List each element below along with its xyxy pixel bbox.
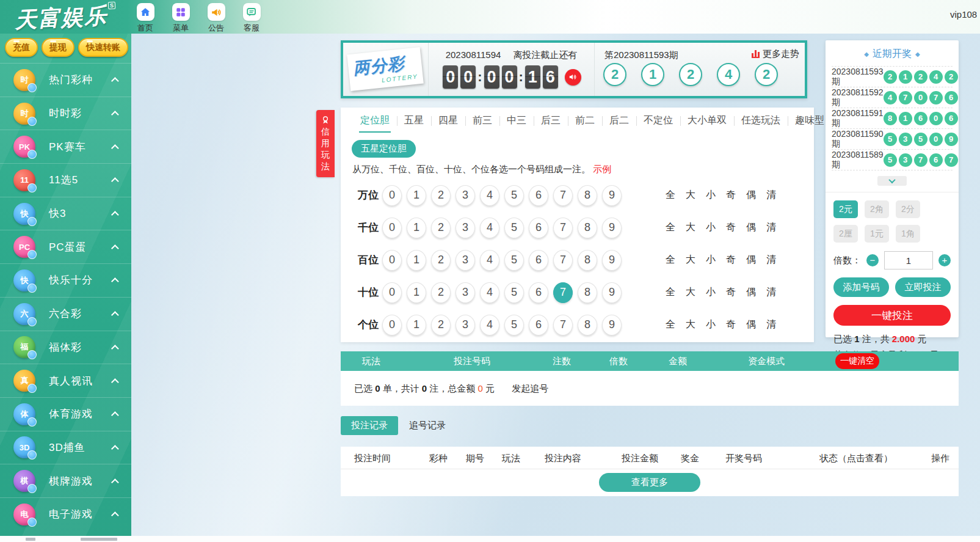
number-ball[interactable]: 1 bbox=[407, 250, 426, 271]
tab-bet-records[interactable]: 投注记录 bbox=[341, 416, 398, 435]
select-odd[interactable]: 奇 bbox=[726, 254, 736, 266]
tab-housan[interactable]: 后三 bbox=[534, 108, 568, 133]
number-ball[interactable]: 0 bbox=[382, 315, 402, 335]
number-ball[interactable]: 9 bbox=[602, 185, 622, 206]
tab-daxiaodanshuang[interactable]: 大小单双 bbox=[680, 108, 734, 133]
number-ball[interactable]: 7 bbox=[553, 315, 573, 335]
number-ball[interactable]: 4 bbox=[480, 315, 499, 335]
tab-renxuanwanfa[interactable]: 任选玩法 bbox=[734, 108, 788, 133]
sidebar-item-pc-dandan[interactable]: PC PC蛋蛋 bbox=[0, 230, 131, 263]
number-ball[interactable]: 8 bbox=[578, 315, 597, 335]
number-ball[interactable]: 1 bbox=[407, 282, 426, 303]
number-ball[interactable]: 5 bbox=[504, 185, 524, 206]
select-all[interactable]: 全 bbox=[666, 221, 675, 234]
select-small[interactable]: 小 bbox=[706, 221, 716, 234]
sound-toggle-button[interactable] bbox=[565, 69, 581, 86]
sidebar-item-pk-racing[interactable]: PK PK赛车 bbox=[0, 130, 131, 163]
tab-dingweidan[interactable]: 定位胆 bbox=[353, 108, 397, 133]
number-ball[interactable]: 9 bbox=[602, 315, 622, 335]
number-ball[interactable]: 3 bbox=[456, 315, 475, 335]
number-ball[interactable]: 9 bbox=[602, 282, 622, 303]
select-big[interactable]: 大 bbox=[686, 221, 695, 234]
tab-budingwei[interactable]: 不定位 bbox=[636, 108, 680, 133]
bet-now-button[interactable]: 立即投注 bbox=[895, 277, 951, 297]
select-odd[interactable]: 奇 bbox=[726, 221, 736, 234]
select-clear[interactable]: 清 bbox=[766, 221, 776, 234]
number-ball[interactable]: 4 bbox=[480, 218, 499, 238]
number-ball[interactable]: 0 bbox=[382, 185, 402, 206]
multiplier-plus-button[interactable]: + bbox=[938, 254, 951, 266]
number-ball[interactable]: 8 bbox=[578, 185, 597, 206]
number-ball[interactable]: 2 bbox=[431, 282, 451, 303]
select-even[interactable]: 偶 bbox=[746, 254, 756, 266]
view-more-button[interactable]: 查看更多 bbox=[599, 473, 700, 492]
select-big[interactable]: 大 bbox=[686, 286, 695, 299]
tab-chase-records[interactable]: 追号记录 bbox=[409, 416, 446, 435]
nav-item-menu[interactable]: 菜单 bbox=[167, 3, 195, 34]
tab-houer[interactable]: 后二 bbox=[602, 108, 636, 133]
select-all[interactable]: 全 bbox=[666, 189, 675, 202]
number-ball[interactable]: 2 bbox=[431, 218, 451, 238]
tab-qianer[interactable]: 前二 bbox=[568, 108, 602, 133]
money-option-2yuan[interactable]: 2元 bbox=[833, 200, 858, 218]
number-ball[interactable]: 3 bbox=[456, 250, 475, 271]
select-even[interactable]: 偶 bbox=[746, 318, 756, 331]
select-big[interactable]: 大 bbox=[686, 254, 695, 266]
money-option-2jiao[interactable]: 2角 bbox=[865, 200, 889, 218]
multiplier-minus-button[interactable]: − bbox=[866, 254, 879, 266]
number-ball[interactable]: 1 bbox=[407, 185, 426, 206]
sidebar-item-kuai3[interactable]: 快 快3 bbox=[0, 197, 131, 230]
sidebar-item-board-games[interactable]: 棋 棋牌游戏 bbox=[0, 464, 131, 497]
credit-play-tab[interactable]: 信 用 玩 法 bbox=[316, 110, 335, 177]
number-ball[interactable]: 0 bbox=[382, 218, 402, 238]
number-ball[interactable]: 5 bbox=[504, 218, 524, 238]
username[interactable]: vip108 bbox=[950, 9, 977, 20]
number-ball[interactable]: 7 bbox=[553, 218, 573, 238]
select-big[interactable]: 大 bbox=[686, 189, 695, 202]
number-ball-selected[interactable]: 7 bbox=[553, 282, 573, 303]
number-ball[interactable]: 6 bbox=[529, 282, 548, 303]
select-all[interactable]: 全 bbox=[666, 286, 675, 299]
select-small[interactable]: 小 bbox=[706, 254, 716, 266]
add-number-button[interactable]: 添加号码 bbox=[833, 277, 889, 297]
number-ball[interactable]: 1 bbox=[407, 315, 426, 335]
number-ball[interactable]: 8 bbox=[578, 218, 597, 238]
clear-all-button[interactable]: 一键清空 bbox=[835, 353, 879, 369]
number-ball[interactable]: 7 bbox=[553, 250, 573, 271]
number-ball[interactable]: 3 bbox=[456, 282, 475, 303]
tab-zhongsan[interactable]: 中三 bbox=[499, 108, 534, 133]
number-ball[interactable]: 9 bbox=[602, 218, 622, 238]
select-odd[interactable]: 奇 bbox=[726, 189, 736, 202]
number-ball[interactable]: 3 bbox=[456, 185, 475, 206]
recharge-button[interactable]: 充值 bbox=[5, 38, 38, 57]
current-play-pill[interactable]: 五星定位胆 bbox=[352, 140, 416, 158]
nav-item-service[interactable]: 客服 bbox=[238, 3, 266, 34]
nav-item-announcement[interactable]: 公告 bbox=[202, 3, 230, 34]
number-ball[interactable]: 6 bbox=[529, 218, 548, 238]
sidebar-item-hot-lottery[interactable]: 时 热门彩种 bbox=[0, 63, 131, 97]
quick-transfer-button[interactable]: 快速转账 bbox=[78, 38, 128, 57]
select-even[interactable]: 偶 bbox=[746, 221, 756, 234]
sidebar-item-3d-fishing[interactable]: 3D 3D捕鱼 bbox=[0, 431, 131, 464]
number-ball[interactable]: 4 bbox=[480, 282, 499, 303]
select-all[interactable]: 全 bbox=[666, 254, 675, 266]
number-ball[interactable]: 5 bbox=[504, 315, 524, 335]
tab-qiansan[interactable]: 前三 bbox=[465, 108, 499, 133]
tab-sixing[interactable]: 四星 bbox=[431, 108, 465, 133]
sidebar-item-liuhecai[interactable]: 六 六合彩 bbox=[0, 297, 131, 331]
select-clear[interactable]: 清 bbox=[766, 189, 776, 202]
expand-results-button[interactable] bbox=[877, 176, 907, 186]
tab-wuxing[interactable]: 五星 bbox=[397, 108, 431, 133]
number-ball[interactable]: 6 bbox=[529, 250, 548, 271]
sidebar-item-kuaile10[interactable]: 快 快乐十分 bbox=[0, 263, 131, 297]
nav-item-home[interactable]: 首页 bbox=[131, 3, 159, 34]
number-ball[interactable]: 6 bbox=[529, 315, 548, 335]
select-even[interactable]: 偶 bbox=[746, 286, 756, 299]
start-chase-link[interactable]: 发起追号 bbox=[512, 383, 548, 394]
select-big[interactable]: 大 bbox=[686, 318, 695, 331]
number-ball[interactable]: 2 bbox=[431, 185, 451, 206]
number-ball[interactable]: 7 bbox=[553, 185, 573, 206]
multiplier-input[interactable] bbox=[884, 251, 933, 269]
number-ball[interactable]: 1 bbox=[407, 218, 426, 238]
number-ball[interactable]: 4 bbox=[480, 250, 499, 271]
